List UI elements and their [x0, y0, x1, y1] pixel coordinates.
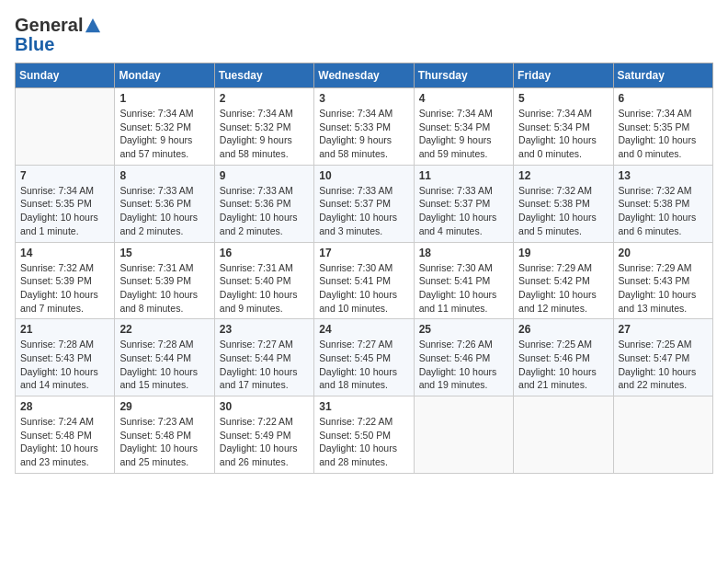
calendar-day-cell: 9Sunrise: 7:33 AM Sunset: 5:36 PM Daylig… [214, 165, 313, 242]
page-header: General Blue [15, 15, 713, 55]
calendar-day-header: Monday [115, 63, 214, 88]
calendar-day-cell: 29Sunrise: 7:23 AM Sunset: 5:48 PM Dayli… [115, 396, 214, 474]
logo-blue-part: Blue [15, 34, 54, 54]
day-info: Sunrise: 7:32 AM Sunset: 5:39 PM Dayligh… [20, 261, 109, 316]
calendar-day-cell: 22Sunrise: 7:28 AM Sunset: 5:44 PM Dayli… [115, 319, 214, 396]
calendar-day-cell: 25Sunrise: 7:26 AM Sunset: 5:46 PM Dayli… [414, 319, 513, 396]
calendar-header-row: SundayMondayTuesdayWednesdayThursdayFrid… [16, 63, 713, 88]
day-info: Sunrise: 7:22 AM Sunset: 5:49 PM Dayligh… [220, 415, 309, 469]
calendar-day-header: Tuesday [214, 63, 313, 88]
day-number: 18 [419, 247, 508, 259]
calendar-day-header: Friday [514, 63, 613, 88]
calendar-day-cell: 2Sunrise: 7:34 AM Sunset: 5:32 PM Daylig… [214, 88, 313, 166]
calendar-day-cell: 20Sunrise: 7:29 AM Sunset: 5:43 PM Dayli… [613, 242, 712, 319]
day-number: 29 [119, 400, 209, 413]
day-number: 28 [20, 400, 109, 413]
calendar-day-cell: 31Sunrise: 7:22 AM Sunset: 5:50 PM Dayli… [314, 396, 414, 474]
day-number: 24 [319, 323, 408, 336]
calendar-day-cell: 19Sunrise: 7:29 AM Sunset: 5:42 PM Dayli… [514, 242, 613, 319]
day-info: Sunrise: 7:33 AM Sunset: 5:36 PM Dayligh… [119, 184, 209, 238]
day-info: Sunrise: 7:31 AM Sunset: 5:39 PM Dayligh… [119, 261, 209, 316]
calendar-day-header: Thursday [414, 63, 513, 88]
day-info: Sunrise: 7:30 AM Sunset: 5:41 PM Dayligh… [319, 261, 408, 316]
calendar-day-cell: 15Sunrise: 7:31 AM Sunset: 5:39 PM Dayli… [115, 242, 214, 319]
day-number: 8 [119, 169, 209, 182]
calendar-week-row: 1Sunrise: 7:34 AM Sunset: 5:32 PM Daylig… [16, 88, 713, 166]
day-number: 20 [619, 247, 708, 259]
calendar-day-header: Wednesday [314, 63, 414, 88]
calendar-day-cell: 13Sunrise: 7:32 AM Sunset: 5:38 PM Dayli… [613, 165, 712, 242]
calendar-table: SundayMondayTuesdayWednesdayThursdayFrid… [15, 63, 713, 474]
calendar-day-cell: 12Sunrise: 7:32 AM Sunset: 5:38 PM Dayli… [514, 165, 613, 242]
day-number: 13 [619, 169, 708, 182]
day-info: Sunrise: 7:34 AM Sunset: 5:33 PM Dayligh… [319, 107, 408, 161]
logo: General Blue [15, 15, 101, 55]
day-info: Sunrise: 7:29 AM Sunset: 5:42 PM Dayligh… [518, 261, 608, 316]
calendar-day-cell: 5Sunrise: 7:34 AM Sunset: 5:34 PM Daylig… [514, 88, 613, 166]
day-number: 4 [419, 92, 508, 105]
day-info: Sunrise: 7:27 AM Sunset: 5:44 PM Dayligh… [220, 338, 309, 392]
day-info: Sunrise: 7:28 AM Sunset: 5:43 PM Dayligh… [20, 338, 109, 392]
calendar-day-cell: 16Sunrise: 7:31 AM Sunset: 5:40 PM Dayli… [214, 242, 313, 319]
day-info: Sunrise: 7:34 AM Sunset: 5:32 PM Dayligh… [220, 107, 309, 161]
day-info: Sunrise: 7:23 AM Sunset: 5:48 PM Dayligh… [119, 415, 209, 469]
calendar-week-row: 21Sunrise: 7:28 AM Sunset: 5:43 PM Dayli… [16, 319, 713, 396]
day-number: 14 [20, 247, 109, 259]
day-number: 2 [220, 92, 309, 105]
day-info: Sunrise: 7:31 AM Sunset: 5:40 PM Dayligh… [220, 261, 309, 316]
calendar-day-cell: 26Sunrise: 7:25 AM Sunset: 5:46 PM Dayli… [514, 319, 613, 396]
day-number: 22 [119, 323, 209, 336]
day-number: 27 [619, 323, 708, 336]
calendar-day-cell: 18Sunrise: 7:30 AM Sunset: 5:41 PM Dayli… [414, 242, 513, 319]
calendar-day-cell: 3Sunrise: 7:34 AM Sunset: 5:33 PM Daylig… [314, 88, 414, 166]
svg-marker-0 [85, 17, 100, 31]
day-number: 23 [220, 323, 309, 336]
day-number: 9 [220, 169, 309, 182]
day-number: 6 [619, 92, 708, 105]
calendar-day-cell: 6Sunrise: 7:34 AM Sunset: 5:35 PM Daylig… [613, 88, 712, 166]
calendar-day-cell: 8Sunrise: 7:33 AM Sunset: 5:36 PM Daylig… [115, 165, 214, 242]
day-info: Sunrise: 7:34 AM Sunset: 5:32 PM Dayligh… [119, 107, 209, 161]
calendar-day-cell [16, 88, 115, 166]
day-info: Sunrise: 7:24 AM Sunset: 5:48 PM Dayligh… [20, 415, 109, 469]
day-info: Sunrise: 7:32 AM Sunset: 5:38 PM Dayligh… [619, 184, 708, 238]
logo-triangle-icon [85, 17, 101, 34]
day-info: Sunrise: 7:33 AM Sunset: 5:37 PM Dayligh… [319, 184, 408, 238]
calendar-day-header: Sunday [16, 63, 115, 88]
day-number: 30 [220, 400, 309, 413]
day-info: Sunrise: 7:33 AM Sunset: 5:36 PM Dayligh… [220, 184, 309, 238]
calendar-day-cell: 11Sunrise: 7:33 AM Sunset: 5:37 PM Dayli… [414, 165, 513, 242]
day-number: 1 [119, 92, 209, 105]
day-number: 12 [518, 169, 608, 182]
logo-general-part: General [15, 15, 83, 36]
calendar-day-cell: 27Sunrise: 7:25 AM Sunset: 5:47 PM Dayli… [613, 319, 712, 396]
day-number: 7 [20, 169, 109, 182]
calendar-day-cell [414, 396, 513, 474]
day-info: Sunrise: 7:29 AM Sunset: 5:43 PM Dayligh… [619, 261, 708, 316]
calendar-day-cell: 4Sunrise: 7:34 AM Sunset: 5:34 PM Daylig… [414, 88, 513, 166]
day-number: 15 [119, 247, 209, 259]
day-number: 25 [419, 323, 508, 336]
day-number: 31 [319, 400, 408, 413]
calendar-day-cell: 10Sunrise: 7:33 AM Sunset: 5:37 PM Dayli… [314, 165, 414, 242]
calendar-day-cell [613, 396, 712, 474]
calendar-day-cell: 7Sunrise: 7:34 AM Sunset: 5:35 PM Daylig… [16, 165, 115, 242]
day-info: Sunrise: 7:25 AM Sunset: 5:47 PM Dayligh… [619, 338, 708, 392]
day-number: 21 [20, 323, 109, 336]
calendar-day-cell [514, 396, 613, 474]
day-number: 19 [518, 247, 608, 259]
day-info: Sunrise: 7:25 AM Sunset: 5:46 PM Dayligh… [518, 338, 608, 392]
calendar-day-cell: 23Sunrise: 7:27 AM Sunset: 5:44 PM Dayli… [214, 319, 313, 396]
calendar-day-cell: 1Sunrise: 7:34 AM Sunset: 5:32 PM Daylig… [115, 88, 214, 166]
day-info: Sunrise: 7:32 AM Sunset: 5:38 PM Dayligh… [518, 184, 608, 238]
day-number: 11 [419, 169, 508, 182]
day-info: Sunrise: 7:34 AM Sunset: 5:35 PM Dayligh… [619, 107, 708, 161]
calendar-week-row: 7Sunrise: 7:34 AM Sunset: 5:35 PM Daylig… [16, 165, 713, 242]
calendar-day-cell: 17Sunrise: 7:30 AM Sunset: 5:41 PM Dayli… [314, 242, 414, 319]
calendar-day-cell: 24Sunrise: 7:27 AM Sunset: 5:45 PM Dayli… [314, 319, 414, 396]
day-info: Sunrise: 7:28 AM Sunset: 5:44 PM Dayligh… [119, 338, 209, 392]
day-info: Sunrise: 7:34 AM Sunset: 5:34 PM Dayligh… [419, 107, 508, 161]
calendar-day-cell: 30Sunrise: 7:22 AM Sunset: 5:49 PM Dayli… [214, 396, 313, 474]
day-number: 16 [220, 247, 309, 259]
day-info: Sunrise: 7:33 AM Sunset: 5:37 PM Dayligh… [419, 184, 508, 238]
